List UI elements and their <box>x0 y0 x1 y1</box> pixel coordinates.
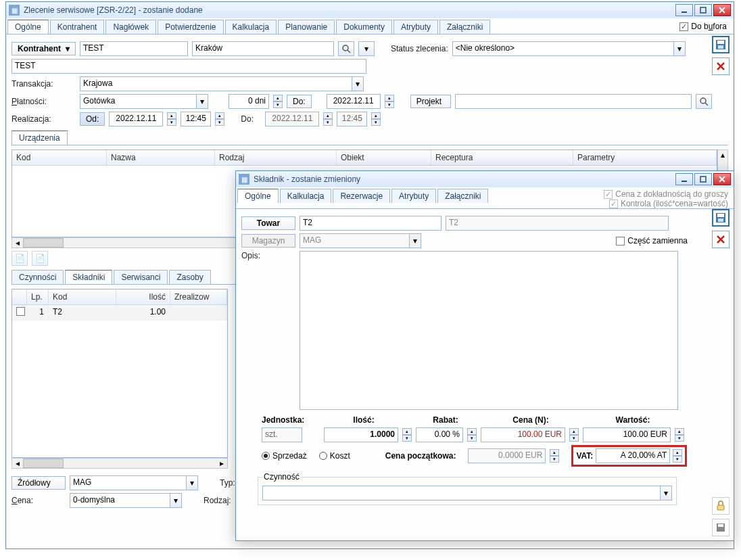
bt-zasoby[interactable]: Zasoby <box>169 270 210 284</box>
kontrahent-drop-button[interactable]: ▾ <box>358 41 375 56</box>
czynnosc-combo[interactable] <box>262 486 660 500</box>
grid1-col-nazwa[interactable]: Nazwa <box>107 150 215 165</box>
platnosci-combo-arrow[interactable]: ▾ <box>196 94 208 109</box>
opis-textarea[interactable] <box>300 251 678 410</box>
rabat-spinner[interactable]: ▴▾ <box>467 428 477 442</box>
sprzedaz-radio[interactable]: Sprzedaż <box>262 451 307 461</box>
sub-tab-ogolne[interactable]: Ogólne <box>237 189 279 203</box>
grid2-hscroll[interactable]: ◂▸ <box>11 458 228 469</box>
rabat-input[interactable]: 0.00 % <box>416 427 463 442</box>
jednostka-input: szt. <box>262 427 302 442</box>
towar-button[interactable]: Towar <box>241 216 295 230</box>
sub-tab-kalkulacja[interactable]: Kalkulacja <box>280 189 332 203</box>
tab-atrybuty[interactable]: Atrybuty <box>393 20 438 34</box>
dni-spinner[interactable]: ▴▾ <box>273 95 283 108</box>
transakcja-combo-arrow[interactable]: ▾ <box>352 76 364 91</box>
tab-ogolne[interactable]: Ogólne <box>7 20 49 34</box>
sub-maximize-button[interactable] <box>694 173 712 185</box>
vat-spinner[interactable]: ▴▾ <box>673 449 682 463</box>
zrodlowy-button[interactable]: Źródłowy <box>11 476 66 490</box>
bt-czynnosci[interactable]: Czynności <box>11 270 64 284</box>
od-date-input[interactable]: 2022.12.11 <box>109 112 163 126</box>
do2-date-input[interactable]: 2022.12.11 <box>265 112 319 126</box>
delete-button[interactable] <box>712 57 730 75</box>
od-date-spinner[interactable]: ▴▾ <box>167 112 176 126</box>
kontrahent-code-input[interactable]: TEST <box>80 41 188 56</box>
g2-col-zreal[interactable]: Zrealizow <box>170 289 227 304</box>
kontrahent-name-input[interactable]: TEST <box>11 59 366 74</box>
tab-dokumenty[interactable]: Dokumenty <box>336 20 392 34</box>
od-time-spinner[interactable]: ▴▾ <box>215 112 224 126</box>
doc-tool-1[interactable]: 📄 <box>11 251 28 266</box>
do2-time-spinner[interactable]: ▴▾ <box>371 112 381 126</box>
projekt-button[interactable]: Projekt <box>410 95 451 108</box>
grid1-col-kod[interactable]: Kod <box>12 150 107 165</box>
sub-tab-rezerwacje[interactable]: Rezerwacje <box>333 189 390 203</box>
grid1-col-parametry[interactable]: Parametry <box>573 150 717 165</box>
do-bufora-checkbox[interactable]: Do bufora <box>679 22 727 31</box>
grid1-col-obiekt[interactable]: Obiekt <box>337 150 431 165</box>
vat-input[interactable]: A 20,00% AT <box>596 448 670 463</box>
bt-serwisanci[interactable]: Serwisanci <box>114 270 168 284</box>
lock-icon[interactable] <box>712 497 730 515</box>
ilosc-spinner[interactable]: ▴▾ <box>402 428 412 442</box>
transakcja-combo[interactable]: Krajowa <box>80 76 352 91</box>
tab-potwierdzenie[interactable]: Potwierdzenie <box>158 20 223 34</box>
cenaN-spinner[interactable]: ▴▾ <box>569 428 579 442</box>
projekt-search-button[interactable] <box>696 94 712 109</box>
do-date-input[interactable]: 2022.12.11 <box>327 94 381 109</box>
doc-tool-2[interactable]: 📄 <box>32 251 48 266</box>
save-button[interactable] <box>712 36 730 53</box>
projekt-input[interactable] <box>455 94 692 109</box>
disk-icon[interactable] <box>712 519 730 536</box>
kontrahent-city-input[interactable]: Kraków <box>192 41 334 56</box>
sub-tab-atrybuty[interactable]: Atrybuty <box>391 189 436 203</box>
dni-input[interactable]: 0 dni <box>229 94 269 109</box>
platnosci-combo[interactable]: Gotówka <box>80 94 196 109</box>
sub-tab-zalaczniki[interactable]: Załączniki <box>437 189 488 203</box>
status-combo[interactable]: <Nie określono> <box>452 41 673 56</box>
tab-naglowek[interactable]: Nagłówek <box>105 20 156 34</box>
sub-close-button[interactable] <box>713 173 731 185</box>
maximize-button[interactable] <box>694 4 712 16</box>
status-combo-arrow[interactable]: ▾ <box>673 41 686 56</box>
row-checkbox[interactable] <box>16 307 25 316</box>
do-button[interactable]: Do: <box>287 95 312 108</box>
grid1-col-rodzaj[interactable]: Rodzaj <box>215 150 337 165</box>
cena-pocz-spinner[interactable]: ▴▾ <box>550 449 559 463</box>
grid1-col-receptura[interactable]: Receptura <box>431 150 573 165</box>
kontrahent-button[interactable]: Kontrahent ▾ <box>11 42 76 55</box>
g2-col-ilosc[interactable]: Ilość <box>116 289 170 304</box>
zrodlowy-combo[interactable]: MAG <box>70 475 186 490</box>
tab-kalkulacja[interactable]: Kalkulacja <box>225 20 277 34</box>
wartosc-spinner[interactable]: ▴▾ <box>675 428 684 442</box>
do2-date-spinner[interactable]: ▴▾ <box>323 112 333 126</box>
urzadzenia-tab[interactable]: Urządzenia <box>11 131 68 145</box>
do-date-spinner[interactable]: ▴▾ <box>385 95 394 108</box>
ilosc-input[interactable]: 1.0000 <box>324 427 398 442</box>
minimize-button[interactable] <box>675 4 693 16</box>
do2-time-input[interactable]: 12:45 <box>337 112 367 126</box>
sub-minimize-button[interactable] <box>675 173 693 185</box>
tab-kontrahent[interactable]: Kontrahent <box>50 20 105 34</box>
czesc-zamienna-checkbox[interactable]: Część zamienna <box>616 236 688 246</box>
kontrahent-search-button[interactable] <box>338 41 354 56</box>
od-button[interactable]: Od: <box>80 112 105 126</box>
g2-col-kod[interactable]: Kod <box>49 289 116 304</box>
cenaN-input[interactable]: 100.00 EUR <box>481 427 565 442</box>
svg-rect-5 <box>717 41 724 44</box>
components-grid[interactable]: Lp. Kod Ilość Zrealizow 1 T2 1.00 <box>11 289 228 458</box>
tab-zalaczniki[interactable]: Załączniki <box>439 20 490 34</box>
bt-skladniki[interactable]: Składniki <box>65 270 112 284</box>
wartosc-input[interactable]: 100.00 EUR <box>583 427 671 442</box>
koszt-radio[interactable]: Koszt <box>319 451 350 461</box>
sub-delete-button[interactable] <box>712 231 730 248</box>
close-button[interactable] <box>713 4 731 16</box>
table-row[interactable]: 1 T2 1.00 <box>12 305 227 321</box>
sub-save-button[interactable] <box>712 209 730 227</box>
od-time-input[interactable]: 12:45 <box>181 112 211 126</box>
tab-planowanie[interactable]: Planowanie <box>278 20 335 34</box>
g2-col-lp[interactable]: Lp. <box>27 289 49 304</box>
cena-combo[interactable]: 0-domyślna <box>70 493 170 508</box>
towar-code-input[interactable]: T2 <box>300 216 441 231</box>
